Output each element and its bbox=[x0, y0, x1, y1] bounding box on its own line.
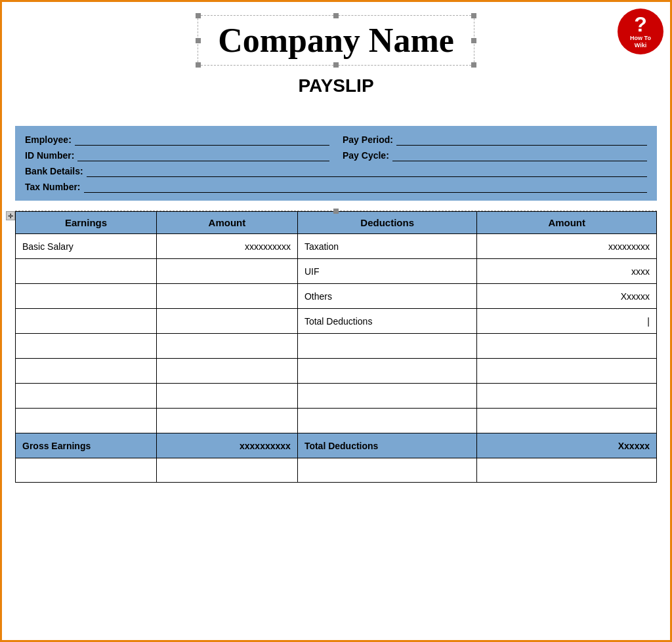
td-ded-amount-4 bbox=[477, 334, 657, 359]
td-ded-amount-6 bbox=[477, 384, 657, 409]
td-earn-amount-1 bbox=[156, 259, 297, 284]
tax-number-line bbox=[84, 181, 647, 193]
payslip-table: Earnings Amount Deductions Amount Basic … bbox=[15, 211, 657, 458]
td-earnings-5 bbox=[16, 359, 157, 384]
table-row: Total Deductions| bbox=[16, 309, 657, 334]
total-deductions-footer-label: Total Deductions bbox=[297, 433, 477, 458]
extra-td-1 bbox=[16, 458, 157, 482]
extra-row-table bbox=[15, 458, 657, 483]
header-section: Company Name PAYSLIP bbox=[2, 2, 670, 116]
pay-cycle-label: Pay Cycle: bbox=[343, 150, 389, 161]
td-deduction-5 bbox=[297, 359, 477, 384]
td-earn-amount-3 bbox=[156, 309, 297, 334]
table-left-handle[interactable]: ✛ bbox=[6, 211, 15, 220]
td-earn-amount-2 bbox=[156, 284, 297, 309]
id-number-line bbox=[77, 150, 329, 161]
td-ded-amount-0: xxxxxxxxx bbox=[477, 234, 657, 259]
tax-number-field: Tax Number: bbox=[25, 181, 647, 193]
td-earn-amount-6 bbox=[156, 384, 297, 409]
extra-row bbox=[16, 458, 657, 482]
td-deduction-6 bbox=[297, 384, 477, 409]
td-earn-amount-7 bbox=[156, 409, 297, 433]
gross-earnings-amount: xxxxxxxxxx bbox=[156, 433, 297, 458]
handle-ml bbox=[196, 38, 201, 43]
th-amount2: Amount bbox=[477, 212, 657, 234]
extra-td-2 bbox=[156, 458, 297, 482]
logo-badge: ? How ToWiki bbox=[618, 9, 663, 54]
pay-period-line bbox=[396, 134, 647, 146]
bank-details-label: Bank Details: bbox=[25, 166, 83, 176]
id-number-field: ID Number: bbox=[25, 150, 329, 161]
table-row bbox=[16, 334, 657, 359]
employee-line bbox=[75, 134, 329, 146]
td-ded-amount-5 bbox=[477, 359, 657, 384]
pay-period-field: Pay Period: bbox=[343, 134, 647, 146]
info-row-4: Tax Number: bbox=[25, 181, 647, 193]
handle-tr bbox=[471, 13, 476, 18]
handle-mr bbox=[471, 38, 476, 43]
handle-bl bbox=[196, 62, 201, 68]
table-header-row: Earnings Amount Deductions Amount bbox=[16, 212, 657, 234]
logo-question-mark: ? bbox=[634, 14, 647, 35]
td-earnings-4 bbox=[16, 334, 157, 359]
id-number-label: ID Number: bbox=[25, 150, 74, 161]
td-earnings-2 bbox=[16, 284, 157, 309]
table-row: Basic SalaryxxxxxxxxxxTaxationxxxxxxxxx bbox=[16, 234, 657, 259]
table-row bbox=[16, 409, 657, 433]
table-row: OthersXxxxxx bbox=[16, 284, 657, 309]
logo-text: How ToWiki bbox=[630, 35, 651, 49]
info-row-2: ID Number: Pay Cycle: bbox=[25, 150, 647, 161]
bank-details-field: Bank Details: bbox=[25, 165, 647, 177]
td-deduction-3: Total Deductions bbox=[297, 309, 477, 334]
handle-tl bbox=[196, 13, 201, 18]
total-deductions-footer-amount: Xxxxxx bbox=[477, 433, 657, 458]
td-earn-amount-0: xxxxxxxxxx bbox=[156, 234, 297, 259]
page-container: ? How ToWiki Company Name PAYSLIP Employ… bbox=[0, 0, 672, 642]
td-earnings-7 bbox=[16, 409, 157, 433]
td-ded-amount-1: xxxx bbox=[477, 259, 657, 284]
table-footer-row: Gross Earnings xxxxxxxxxx Total Deductio… bbox=[16, 433, 657, 458]
pay-cycle-line bbox=[392, 150, 647, 161]
td-earnings-0: Basic Salary bbox=[16, 234, 157, 259]
info-section: Employee: Pay Period: ID Number: Pay Cyc… bbox=[15, 126, 657, 201]
tax-number-label: Tax Number: bbox=[25, 182, 81, 192]
info-row-3: Bank Details: bbox=[25, 165, 647, 177]
td-deduction-1: UIF bbox=[297, 259, 477, 284]
table-section: ✛ Earnings Amount Deductions Amount Basi… bbox=[15, 211, 657, 483]
info-row-1: Employee: Pay Period: bbox=[25, 134, 647, 146]
extra-td-4 bbox=[477, 458, 657, 482]
table-row bbox=[16, 359, 657, 384]
pay-cycle-field: Pay Cycle: bbox=[343, 150, 647, 161]
td-deduction-4 bbox=[297, 334, 477, 359]
td-deduction-2: Others bbox=[297, 284, 477, 309]
td-deduction-0: Taxation bbox=[297, 234, 477, 259]
th-deductions: Deductions bbox=[297, 212, 477, 234]
td-earnings-1 bbox=[16, 259, 157, 284]
th-amount1: Amount bbox=[156, 212, 297, 234]
gross-earnings-label: Gross Earnings bbox=[16, 433, 157, 458]
td-earnings-6 bbox=[16, 384, 157, 409]
td-earn-amount-5 bbox=[156, 359, 297, 384]
pay-period-label: Pay Period: bbox=[343, 134, 393, 145]
table-drag-handle bbox=[333, 209, 339, 214]
company-name: Company Name bbox=[218, 21, 454, 60]
td-ded-amount-2: Xxxxxx bbox=[477, 284, 657, 309]
handle-tc bbox=[333, 13, 339, 18]
payslip-title: PAYSLIP bbox=[54, 75, 618, 96]
td-ded-amount-7 bbox=[477, 409, 657, 433]
handle-bc bbox=[333, 62, 339, 68]
extra-td-3 bbox=[297, 458, 477, 482]
td-earn-amount-4 bbox=[156, 334, 297, 359]
table-row bbox=[16, 384, 657, 409]
employee-field: Employee: bbox=[25, 134, 329, 146]
th-earnings: Earnings bbox=[16, 212, 157, 234]
td-ded-amount-3: | bbox=[477, 309, 657, 334]
td-deduction-7 bbox=[297, 409, 477, 433]
employee-label: Employee: bbox=[25, 134, 72, 145]
bank-details-line bbox=[87, 165, 647, 177]
td-earnings-3 bbox=[16, 309, 157, 334]
handle-br bbox=[471, 62, 476, 68]
table-row: UIFxxxx bbox=[16, 259, 657, 284]
table-dashed-border: ✛ bbox=[15, 211, 657, 211]
